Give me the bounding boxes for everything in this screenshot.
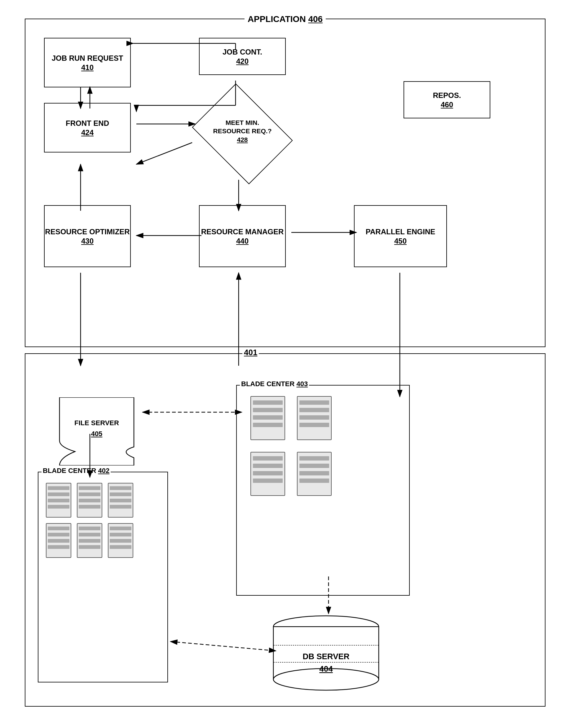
server-icon: [45, 522, 73, 559]
svg-rect-53: [299, 479, 329, 483]
server-icon: [107, 522, 134, 559]
repos-box: REPOS. 460: [404, 81, 490, 118]
parallel-engine-number: 450: [394, 237, 407, 245]
job-run-request-label: JOB RUN REQUEST: [52, 53, 123, 63]
svg-rect-36: [253, 408, 283, 412]
blade-center-402-label: BLADE CENTER 402: [42, 467, 111, 475]
front-end-number: 424: [81, 128, 94, 137]
resource-optimizer-label: RESOURCE OPTIMIZER: [45, 227, 129, 237]
svg-rect-23: [48, 545, 70, 549]
svg-rect-22: [48, 539, 70, 543]
job-cont-number: 420: [236, 57, 249, 66]
svg-rect-32: [110, 539, 131, 543]
svg-rect-27: [79, 539, 100, 543]
svg-rect-35: [253, 400, 283, 405]
svg-rect-16: [110, 492, 131, 496]
svg-rect-7: [48, 499, 70, 502]
svg-text:404: 404: [319, 664, 333, 674]
svg-rect-48: [253, 479, 283, 483]
blade-center-403-servers: [249, 395, 333, 497]
parallel-engine-label: PARALLEL ENGINE: [366, 227, 435, 237]
job-cont-label: JOB CONT.: [222, 47, 262, 57]
front-end-box: FRONT END 424: [44, 103, 131, 153]
server-icon: [45, 482, 73, 519]
svg-rect-28: [79, 545, 100, 549]
resource-optimizer-box: RESOURCE OPTIMIZER 430: [44, 205, 131, 267]
svg-rect-10: [79, 486, 100, 490]
svg-rect-52: [299, 471, 329, 475]
infra-box: 401 FILE SERVER 405 BLADE CENTER 402: [25, 353, 545, 706]
server-icon: [296, 451, 333, 497]
svg-rect-45: [253, 456, 283, 460]
blade-center-402-servers: [45, 482, 134, 559]
server-icon: [76, 482, 104, 519]
blade-center-403-box: BLADE CENTER 403: [236, 385, 410, 596]
svg-rect-6: [48, 492, 70, 496]
svg-rect-17: [110, 499, 131, 502]
svg-rect-30: [110, 527, 131, 530]
svg-text:FILE SERVER: FILE SERVER: [74, 419, 119, 427]
svg-rect-43: [299, 423, 329, 427]
svg-rect-13: [79, 505, 100, 509]
svg-rect-40: [299, 400, 329, 405]
application-box: APPLICATION 406 JOB RUN REQUEST 410 JOB …: [25, 18, 545, 347]
resource-manager-label: RESOURCE MANAGER: [201, 227, 284, 237]
svg-rect-11: [79, 492, 100, 496]
meet-min-diamond: MEET MIN. RESOURCE REQ.? 428: [190, 93, 295, 174]
svg-rect-47: [253, 471, 283, 475]
resource-manager-number: 440: [236, 237, 249, 245]
svg-rect-21: [48, 533, 70, 536]
meet-min-number: 428: [190, 135, 295, 144]
svg-text:405: 405: [91, 430, 102, 438]
svg-rect-41: [299, 408, 329, 412]
app-label: APPLICATION 406: [245, 14, 326, 24]
svg-rect-46: [253, 463, 283, 468]
job-run-request-box: JOB RUN REQUEST 410: [44, 38, 131, 87]
parallel-engine-box: PARALLEL ENGINE 450: [354, 205, 447, 267]
svg-rect-15: [110, 486, 131, 490]
resource-optimizer-number: 430: [81, 237, 94, 245]
svg-rect-12: [79, 499, 100, 502]
svg-rect-51: [299, 463, 329, 468]
svg-rect-8: [48, 505, 70, 509]
repos-number: 460: [441, 100, 453, 109]
svg-rect-26: [79, 533, 100, 536]
job-run-request-number: 410: [81, 63, 94, 72]
svg-rect-20: [48, 527, 70, 530]
svg-rect-18: [110, 505, 131, 509]
server-icon: [296, 395, 333, 441]
svg-rect-33: [110, 545, 131, 549]
svg-rect-42: [299, 415, 329, 420]
repos-label: REPOS.: [433, 90, 461, 100]
svg-rect-25: [79, 527, 100, 530]
svg-rect-31: [110, 533, 131, 536]
svg-text:DB SERVER: DB SERVER: [302, 652, 349, 661]
meet-min-label: MEET MIN.: [190, 118, 295, 127]
file-server-box: FILE SERVER 405: [56, 397, 137, 466]
server-icon: [249, 395, 286, 441]
infra-label: 401: [242, 348, 259, 357]
svg-rect-5: [48, 486, 70, 490]
svg-rect-38: [253, 423, 283, 427]
blade-center-402-box: BLADE CENTER 402: [38, 472, 168, 682]
diagram: 400 APPLICATION 406 JOB RUN REQUEST 410 …: [18, 12, 552, 713]
server-icon: [76, 522, 104, 559]
svg-rect-50: [299, 456, 329, 460]
db-server-box: DB SERVER 404: [267, 614, 385, 695]
resource-manager-box: RESOURCE MANAGER 440: [199, 205, 286, 267]
app-number: 406: [308, 14, 323, 24]
svg-rect-37: [253, 415, 283, 420]
server-icon: [249, 451, 286, 497]
job-cont-box: JOB CONT. 420: [199, 38, 286, 75]
server-icon: [107, 482, 134, 519]
blade-center-403-label: BLADE CENTER 403: [240, 380, 309, 388]
front-end-label: FRONT END: [66, 118, 109, 128]
